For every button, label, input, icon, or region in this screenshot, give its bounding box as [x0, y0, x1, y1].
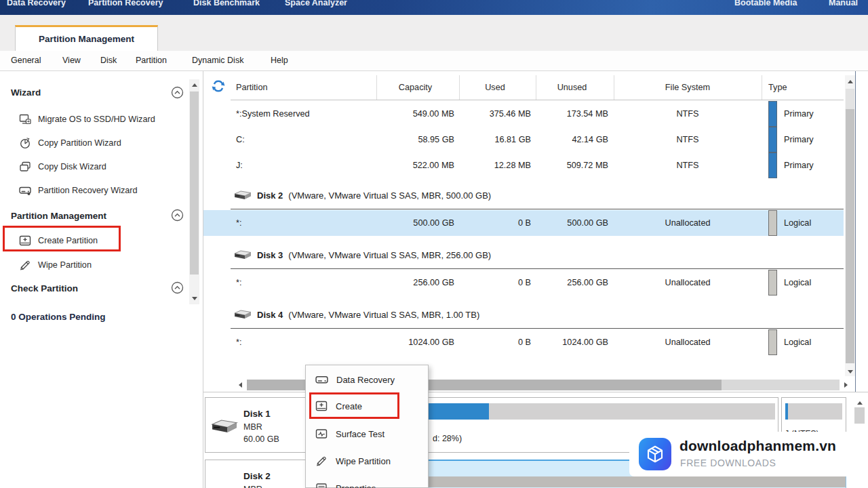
col-header-type[interactable]: Type — [768, 75, 787, 100]
sidebar-item-label: Wipe Partition — [38, 260, 92, 270]
sidebar-item-wipe-partition[interactable]: Wipe Partition — [19, 257, 92, 273]
copy-disk-icon — [19, 161, 31, 173]
cell-file-system: NTFS — [614, 101, 762, 127]
section-check-partition: Check Partition — [11, 283, 78, 293]
disk1-card[interactable]: Disk 1 MBR 60.00 GB — [205, 397, 309, 453]
sidebar-item-label: Copy Partition Wizard — [38, 138, 121, 148]
disk2-name: Disk 2 — [243, 471, 271, 481]
scroll-down-icon[interactable] — [189, 293, 200, 303]
disk2-header[interactable]: Disk 2 (VMware, VMware Virtual S SAS, MB… — [234, 183, 491, 207]
disk-name: Disk 2 — [257, 190, 283, 201]
disk-details: (VMware, VMware Virtual S SAS, MBR, 1.00… — [288, 310, 479, 320]
col-header-capacity[interactable]: Capacity — [376, 75, 454, 100]
cell-file-system: NTFS — [614, 152, 762, 178]
cell-partition: *: — [236, 329, 241, 355]
cell-partition: *: — [236, 270, 241, 296]
table-row[interactable]: *: 1024.00 GB 0 B 1024.00 GB Unallocated… — [203, 329, 844, 355]
scroll-right-icon[interactable] — [840, 380, 851, 390]
package-icon — [639, 438, 671, 470]
cell-used: 16.81 GB — [459, 127, 531, 152]
operations-pending-status: 0 Operations Pending — [11, 312, 106, 322]
menu-disk[interactable]: Disk — [100, 56, 117, 65]
menu-item-properties[interactable]: Properties — [306, 477, 428, 488]
sidebar-item-copy-disk[interactable]: Copy Disk Wizard — [19, 159, 106, 175]
properties-icon — [315, 482, 328, 488]
primary-checkbox-icon — [768, 127, 777, 152]
watermark: downloadphanmem.vn FREE DOWNLOADS — [629, 432, 859, 476]
table-row[interactable]: J: 522.00 MB 12.28 MB 509.72 MB NTFS Pri… — [203, 152, 844, 178]
table-row-selected[interactable]: *: 500.00 GB 0 B 500.00 GB Unallocated L… — [203, 210, 844, 236]
disk3-header[interactable]: Disk 3 (VMware, VMware Virtual S SAS, MB… — [234, 243, 491, 267]
scroll-up-icon[interactable] — [189, 80, 200, 89]
scroll-up-icon[interactable] — [854, 398, 865, 407]
menu-dynamic-disk[interactable]: Dynamic Disk — [192, 56, 243, 65]
col-header-partition[interactable]: Partition — [236, 75, 268, 100]
cell-used: 0 B — [459, 270, 531, 296]
data-recovery-icon — [315, 375, 328, 385]
diskmap-scrollbar-thumb[interactable] — [854, 407, 865, 424]
disk1-name: Disk 1 — [243, 409, 271, 419]
table-row[interactable]: *: 256.00 GB 0 B 256.00 GB Unallocated L… — [203, 270, 844, 296]
disk4-header[interactable]: Disk 4 (VMware, VMware Virtual S SAS, MB… — [234, 302, 479, 327]
cell-unused: 173.54 MB — [536, 101, 608, 127]
sidebar-item-copy-partition[interactable]: Copy Partition Wizard — [19, 135, 121, 151]
refresh-icon[interactable] — [212, 79, 225, 93]
table-vscrollbar-track-top[interactable] — [846, 89, 854, 109]
nav-manual[interactable]: Manual — [829, 0, 858, 7]
sidebar: Wizard Migrate OS to SSD/HD Wizard Copy … — [0, 71, 203, 488]
menu-item-wipe-partition[interactable]: Wipe Partition — [306, 450, 428, 472]
col-header-unused[interactable]: Unused — [536, 75, 608, 100]
watermark-subtitle: FREE DOWNLOADS — [680, 458, 776, 468]
menu-view[interactable]: View — [62, 56, 81, 65]
section-wizard: Wizard — [11, 87, 41, 98]
disk-icon — [234, 309, 252, 320]
sidebar-item-label: Migrate OS to SSD/HD Wizard — [38, 115, 155, 124]
cell-partition: *: — [236, 210, 241, 236]
scroll-down-icon[interactable] — [845, 367, 856, 376]
collapse-icon[interactable] — [171, 209, 184, 222]
collapse-icon[interactable] — [171, 281, 184, 294]
table-row[interactable]: C: 58.95 GB 16.81 GB 42.14 GB NTFS Prima… — [203, 127, 844, 152]
tab-partition-management[interactable]: Partition Management — [15, 25, 158, 51]
sidebar-item-partition-recovery[interactable]: Partition Recovery Wizard — [19, 182, 138, 199]
cell-capacity: 549.00 MB — [376, 101, 454, 127]
context-menu: Data Recovery Create Surface Test Wipe P… — [305, 365, 429, 488]
cell-capacity: 500.00 GB — [376, 210, 454, 236]
cell-type: Logical — [784, 270, 811, 296]
menu-general[interactable]: General — [11, 56, 41, 65]
menu-item-label: Wipe Partition — [336, 456, 391, 466]
table-row[interactable]: *:System Reserved 549.00 MB 375.46 MB 17… — [203, 101, 844, 127]
col-header-used[interactable]: Used — [459, 75, 531, 100]
cell-capacity: 522.00 MB — [376, 152, 454, 178]
cell-file-system: Unallocated — [614, 270, 762, 296]
j-used-bar — [785, 403, 788, 420]
nav-space-analyzer[interactable]: Space Analyzer — [285, 0, 347, 7]
collapse-icon[interactable] — [171, 86, 184, 99]
menu-help[interactable]: Help — [271, 56, 288, 65]
disk-icon — [234, 190, 252, 201]
cell-unused: 500.00 GB — [536, 210, 608, 236]
disk2-card[interactable]: Disk 2 MBR — [205, 460, 309, 488]
cell-unused: 509.72 MB — [536, 152, 608, 178]
disk-details: (VMware, VMware Virtual S SAS, MBR, 500.… — [288, 190, 491, 201]
nav-data-recovery[interactable]: Data Recovery — [7, 0, 66, 7]
menu-item-data-recovery[interactable]: Data Recovery — [306, 369, 428, 390]
nav-bootable-media[interactable]: Bootable Media — [734, 0, 797, 7]
disk-icon — [211, 418, 238, 434]
menu-partition[interactable]: Partition — [136, 56, 167, 65]
cell-type: Logical — [784, 210, 811, 236]
scroll-up-icon[interactable] — [845, 77, 856, 86]
table-vscrollbar-thumb[interactable] — [846, 109, 854, 363]
cell-unused: 1024.00 GB — [536, 329, 608, 355]
scroll-left-icon[interactable] — [235, 380, 245, 390]
nav-disk-benchmark[interactable]: Disk Benchmark — [193, 0, 260, 7]
nav-partition-recovery[interactable]: Partition Recovery — [88, 0, 163, 7]
logical-checkbox-icon — [768, 270, 777, 296]
menu-item-surface-test[interactable]: Surface Test — [306, 423, 428, 445]
sidebar-scrollbar-thumb[interactable] — [190, 92, 199, 274]
col-header-file-system[interactable]: File System — [614, 75, 762, 100]
sidebar-item-migrate-os[interactable]: Migrate OS to SSD/HD Wizard — [19, 111, 155, 127]
cell-type: Primary — [784, 127, 814, 152]
logical-checkbox-icon — [768, 329, 777, 355]
copy-partition-icon — [19, 137, 31, 149]
